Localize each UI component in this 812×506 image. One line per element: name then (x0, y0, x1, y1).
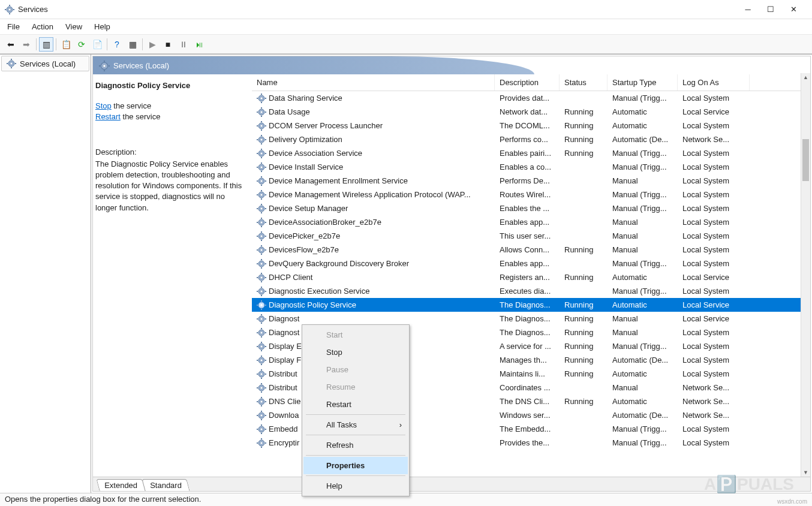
tab-extended[interactable]: Extended (96, 479, 145, 491)
service-row[interactable]: Device Management Wireless Application P… (252, 188, 810, 201)
menu-action[interactable]: Action (32, 22, 53, 31)
vertical-scrollbar[interactable]: ▲ ▼ (801, 73, 810, 477)
service-desc: Performs co... (495, 135, 560, 144)
ctx-restart[interactable]: Restart (303, 396, 408, 413)
restart-service-button[interactable]: ⏯ (192, 37, 206, 52)
service-startup: Automatic (608, 107, 678, 116)
service-row[interactable]: DHCP ClientRegisters an...RunningAutomat… (252, 270, 810, 284)
service-row[interactable]: DiagnostThe Diagnos...RunningManualLocal… (252, 312, 810, 326)
forward-button[interactable]: ➡ (19, 37, 34, 52)
scroll-down-icon[interactable]: ▼ (801, 468, 810, 477)
service-row[interactable]: DevicePicker_e2b7eThis user ser...Manual… (252, 229, 810, 243)
service-desc: Enables pairi... (495, 149, 560, 158)
service-row[interactable]: Data UsageNetwork dat...RunningAutomatic… (252, 105, 810, 119)
refresh-toolbar-button[interactable]: ⟳ (74, 37, 89, 52)
gear-icon (257, 411, 266, 420)
service-desc: Manages th... (495, 356, 560, 365)
start-service-button[interactable]: ▶ (145, 37, 160, 52)
service-logon: Local System (678, 94, 750, 103)
ctx-properties[interactable]: Properties (303, 457, 408, 474)
service-row[interactable]: Diagnostic Policy ServiceThe Diagnos...R… (252, 298, 810, 312)
service-status: Running (560, 314, 608, 323)
service-row[interactable]: DCOM Server Process LauncherThe DCOML...… (252, 119, 810, 132)
window-title: Services (18, 5, 744, 14)
service-name: Distribut (269, 369, 297, 378)
service-name: Data Sharing Service (269, 94, 342, 103)
service-status: Running (560, 369, 608, 378)
service-name: Device Setup Manager (269, 204, 348, 213)
show-hide-tree-button[interactable]: ▥ (39, 37, 53, 52)
service-row[interactable]: DevQuery Background Discovery BrokerEnab… (252, 257, 810, 270)
service-desc: The Diagnos... (495, 328, 560, 337)
service-row[interactable]: Device Association ServiceEnables pairi.… (252, 146, 810, 160)
maximize-button[interactable]: ☐ (766, 5, 775, 14)
service-desc: Provides dat... (495, 94, 560, 103)
gear-icon (257, 356, 266, 365)
console-tree: Services (Local) (0, 55, 91, 493)
ctx-refresh[interactable]: Refresh (303, 436, 408, 454)
service-row[interactable]: DeviceAssociationBroker_e2b7eEnables app… (252, 215, 810, 229)
pause-service-button[interactable]: ⏸ (176, 37, 191, 52)
tab-standard[interactable]: Standard (142, 479, 190, 491)
export-button[interactable]: 📄 (90, 37, 104, 52)
service-startup: Manual (608, 328, 678, 337)
service-logon: Local System (678, 218, 750, 227)
service-row[interactable]: Device Setup ManagerEnables the ...Manua… (252, 201, 810, 215)
service-status: Running (560, 397, 608, 406)
gear-icon (257, 135, 266, 144)
col-startup[interactable]: Startup Type (608, 74, 678, 91)
gear-icon (257, 259, 266, 269)
tree-item-services-local[interactable]: Services (Local) (1, 56, 89, 71)
scroll-up-icon[interactable]: ▲ (801, 73, 810, 82)
service-logon: Local System (678, 259, 750, 268)
service-logon: Local Service (678, 300, 750, 309)
ctx-separator (306, 455, 405, 456)
menu-file[interactable]: File (7, 22, 20, 31)
service-desc: The DNS Cli... (495, 397, 560, 406)
service-name: DeviceAssociationBroker_e2b7e (269, 218, 381, 227)
restart-service-link[interactable]: Restart (95, 112, 121, 121)
service-startup: Manual (Trigg... (608, 342, 678, 351)
service-row[interactable]: Data Sharing ServiceProvides dat...Manua… (252, 91, 810, 105)
stop-service-button[interactable]: ■ (161, 37, 175, 52)
scrollbar-thumb[interactable] (802, 139, 809, 181)
ctx-stop[interactable]: Stop (303, 344, 408, 361)
menu-help[interactable]: Help (94, 22, 110, 31)
back-button[interactable]: ⬅ (4, 37, 18, 52)
col-description[interactable]: Description (495, 74, 560, 91)
service-status: Running (560, 245, 608, 254)
service-logon: Local System (678, 176, 750, 185)
ctx-help[interactable]: Help (303, 477, 408, 495)
service-row[interactable]: Diagnostic Execution ServiceExecutes dia… (252, 284, 810, 298)
menu-view[interactable]: View (65, 22, 82, 31)
service-startup: Manual (Trigg... (608, 190, 678, 199)
gear-icon (257, 342, 266, 351)
minimize-button[interactable]: ─ (744, 5, 752, 14)
service-startup: Manual (608, 383, 678, 392)
ctx-all-tasks[interactable]: All Tasks (303, 416, 408, 433)
properties-toolbar-button[interactable]: ▦ (125, 37, 140, 52)
service-desc: Allows Conn... (495, 245, 560, 254)
help-toolbar-button[interactable]: ? (110, 37, 124, 52)
gear-icon (257, 204, 266, 213)
stop-service-link[interactable]: Stop (95, 101, 112, 110)
service-row[interactable]: Delivery OptimizationPerforms co...Runni… (252, 132, 810, 146)
service-status: Running (560, 300, 608, 309)
ctx-separator (306, 414, 405, 415)
service-desc: Registers an... (495, 273, 560, 282)
service-status: Running (560, 356, 608, 365)
col-status[interactable]: Status (560, 74, 608, 91)
col-logon[interactable]: Log On As (678, 74, 750, 91)
service-row[interactable]: Device Install ServiceEnables a co...Man… (252, 160, 810, 174)
service-logon: Network Se... (678, 383, 750, 392)
col-name[interactable]: Name (252, 74, 495, 91)
service-logon: Local System (678, 190, 750, 199)
export-list-button[interactable]: 📋 (59, 37, 73, 52)
close-button[interactable]: ✕ (789, 5, 798, 14)
service-logon: Local System (678, 287, 750, 296)
service-row[interactable]: Device Management Enrollment ServicePerf… (252, 174, 810, 188)
description-label: Description: (95, 147, 248, 158)
view-tabs: Extended Standard (93, 477, 810, 491)
service-name: Display E (269, 342, 302, 351)
service-row[interactable]: DevicesFlow_e2b7eAllows Conn...RunningMa… (252, 243, 810, 257)
